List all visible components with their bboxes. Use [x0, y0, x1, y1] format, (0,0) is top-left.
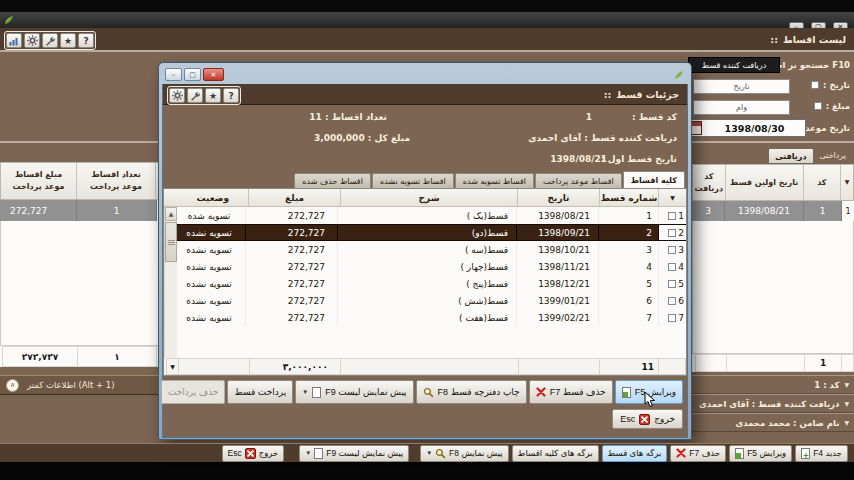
mouse-cursor [644, 391, 657, 408]
all-installment-sheets-button[interactable]: برگه های كليه اقساط [512, 445, 599, 462]
table-row[interactable]: 1 1 1398/08/21 قسط(يک ) 272,727 تسويه شد… [164, 207, 686, 224]
footer-nav-icon[interactable]: ▼ [166, 358, 179, 375]
tab-settled-installments[interactable]: اقساط تسويه شده [455, 173, 534, 188]
group-guarantor[interactable]: ▼ نام ضامن : محمد محمدی [692, 413, 854, 432]
col-description[interactable]: شرح [340, 189, 518, 206]
chevron-down-icon: ▼ [305, 450, 311, 456]
row-checkbox[interactable] [668, 246, 676, 254]
search-by-dropdown[interactable]: دريافت كننده قسط [688, 57, 780, 73]
amount-filter-input[interactable]: وام [693, 100, 790, 115]
chevron-down-icon: ▼ [844, 400, 849, 407]
row-checkbox[interactable] [668, 280, 676, 288]
row-checkbox[interactable] [668, 314, 676, 322]
exit-x-icon [245, 448, 256, 459]
group-receiver-label: دريافت كننده قسط : آقای احمدی [699, 399, 839, 409]
pay-installment-button[interactable]: پرداخت قسط [227, 380, 293, 404]
table-row[interactable]: 3 3 1398/10/21 قسط(سه ) 272,727 تسويه نش… [164, 241, 686, 258]
scrollbar-up-icon[interactable]: ▲ [165, 207, 177, 221]
col-code[interactable]: كد [803, 165, 841, 200]
favorites-star-icon[interactable]: ★ [205, 88, 221, 103]
exit-x-icon [639, 414, 650, 425]
favorites-star-icon[interactable]: ★ [60, 33, 76, 48]
col-first-date[interactable]: تاريخ اولين قسط [725, 165, 803, 200]
cell-code: 1 [803, 201, 841, 221]
table-row-selected[interactable]: 2 2 1398/09/21 قسط(دو) 272,727 تسويه نشد… [164, 224, 686, 241]
col-due-amount[interactable]: مبلغ اقساط موعد پرداخت [1, 163, 76, 199]
total-amount-label: مبلغ كل : 3,000,000 [314, 133, 410, 143]
col-receive-code[interactable]: كد دريافت [693, 165, 725, 200]
tab-paid[interactable]: پرداختی [814, 148, 852, 163]
bottom-toolbar: جديد F4 ويرايش F5 حذف F7 برگه های قسط بر… [0, 443, 854, 462]
settings-gear-icon[interactable] [24, 33, 40, 48]
due-table-header: تعداد اقساط موعد پرداخت مبلغ اقساط موعد … [0, 162, 163, 200]
tab-received[interactable]: دریافتی [768, 148, 813, 164]
dialog-close-icon[interactable]: ✕ [203, 68, 224, 81]
preview-button[interactable]: پيش نمايش F8 ▼ [420, 445, 508, 462]
dialog-minimize-icon[interactable]: – [165, 68, 182, 81]
settings-gear-icon[interactable] [169, 88, 185, 103]
received-table-row[interactable]: 1 1 1398/08/21 3 [692, 201, 854, 221]
tools-wrench-icon[interactable] [42, 33, 58, 48]
group-receiver[interactable]: ▼ دريافت كننده قسط : آقای احمدی [692, 394, 854, 413]
tab-all-installments[interactable]: كليه اقساط [623, 171, 685, 188]
main-toolbar-title: :: ليست اقساط [770, 34, 846, 45]
help-icon[interactable]: ? [78, 33, 94, 48]
print-booklet-button[interactable]: چاپ دفترچه قسط F8 [416, 380, 527, 404]
collapse-up-icon[interactable]: ∧ [6, 379, 19, 392]
due-table-row[interactable]: 1 272,727 [0, 200, 163, 221]
row-checkbox[interactable] [668, 263, 676, 271]
table-row[interactable]: 5 5 1398/12/21 قسط(پنج ) 272,727 تسويه ن… [164, 275, 686, 292]
group-code[interactable]: ▼ كد : 1 [692, 375, 854, 394]
preview-list-button[interactable]: پيش نمايش ليست F9 ▼ [299, 445, 409, 462]
amount-filter-checkbox[interactable] [814, 102, 822, 110]
tab-due-installments[interactable]: اقساط موعد پرداخت [535, 173, 622, 188]
col-due-count[interactable]: تعداد اقساط موعد پرداخت [76, 163, 155, 199]
installment-sheets-button[interactable]: برگه های قسط [602, 445, 668, 462]
edit-button[interactable]: ويرايش F5 [729, 445, 792, 462]
received-table-header: ▼ كد تاريخ اولين قسط كد دريافت [692, 164, 854, 201]
table-row[interactable]: 4 4 1398/11/21 قسط(چهار ) 272,727 تسويه … [164, 258, 686, 275]
main-window-titlebar: – ▢ ✕ [0, 12, 854, 28]
col-date[interactable]: تاريخ [517, 189, 598, 206]
delete-installment-button[interactable]: حذف قسط F7 [529, 380, 613, 404]
preview-list-button[interactable]: پيش نمايش ليست F9 ▼ [295, 380, 413, 404]
delete-button[interactable]: حذف F7 [670, 445, 726, 462]
date-filter-input[interactable]: تاريخ [693, 79, 790, 94]
row-checkbox[interactable] [668, 229, 676, 237]
table-row[interactable]: 7 7 1399/02/21 قسط(هفت ) 272,727 تسويه ن… [164, 309, 686, 326]
tab-unsettled-installments[interactable]: اقساط تسويه نشده [372, 173, 454, 188]
table-row[interactable]: 6 6 1399/01/21 قسط(شش ) 272,727 تسويه نش… [164, 292, 686, 309]
chart-icon[interactable] [6, 33, 22, 48]
new-button[interactable]: جديد F4 [795, 445, 848, 462]
exit-button[interactable]: خروج Esc [222, 445, 285, 462]
table-scrollbar[interactable]: ▲ [164, 207, 177, 360]
top-black-strip [0, 0, 854, 12]
dialog-exit-button[interactable]: خروج Esc [612, 409, 683, 429]
row-checkbox[interactable] [668, 297, 676, 305]
tab-deleted-installments[interactable]: اقساط حذف شده [294, 173, 371, 188]
date-filter-checkbox[interactable] [811, 81, 819, 89]
col-status[interactable]: وضعيت [177, 189, 248, 206]
due-date-value: 1398/08/30 [705, 123, 804, 134]
col-installment-num[interactable]: شماره قسط [599, 189, 659, 206]
scrollbar-thumb[interactable] [165, 222, 177, 262]
due-date-input[interactable]: 1398/08/30 [688, 119, 806, 137]
dialog-dots: :: [604, 89, 612, 100]
dialog-title: جزئيات قسط [616, 89, 679, 100]
red-x-icon [536, 387, 546, 397]
col-amount[interactable]: مبلغ [248, 189, 339, 206]
footer-nav[interactable] [841, 354, 854, 372]
right-panel-tabs: پرداختی دریافتی [768, 148, 852, 164]
tools-wrench-icon[interactable] [187, 88, 203, 103]
installment-code-label: كد قسط : [632, 112, 677, 122]
delete-payment-button[interactable]: حذف پرداخت [161, 380, 226, 404]
dialog-info-area: كد قسط : 1 تعداد اقساط : 11 دريافت كننده… [163, 105, 687, 171]
help-icon[interactable]: ? [223, 88, 239, 103]
due-footer-count: ١ [77, 346, 157, 367]
row-checkbox[interactable] [668, 212, 676, 220]
cell-due-amount: 272,727 [0, 200, 76, 221]
dialog-titlebar[interactable]: – ▢ ✕ [162, 65, 688, 84]
collapse-info-bar[interactable]: ∧ اطلاعات كمتر (Alt + 1) [0, 375, 163, 395]
dialog-maximize-icon[interactable]: ▢ [184, 68, 201, 81]
dialog-toolbar: ? ★ :: جزئيات قسط [163, 84, 687, 105]
